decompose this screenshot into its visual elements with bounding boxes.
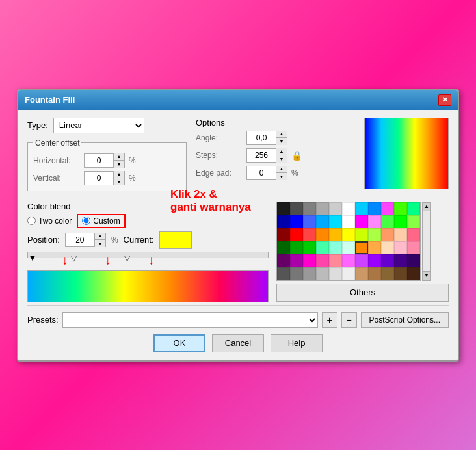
help-button[interactable]: Help <box>271 334 323 352</box>
color-cell[interactable] <box>407 241 420 254</box>
custom-radio-label[interactable]: Custom <box>82 217 120 226</box>
color-cell[interactable] <box>342 228 355 241</box>
color-cell[interactable] <box>407 215 420 228</box>
color-cell[interactable] <box>290 215 303 228</box>
color-cell[interactable] <box>290 254 303 267</box>
color-cell[interactable] <box>394 202 407 215</box>
vertical-input[interactable]: 0 <box>85 172 113 185</box>
presets-select[interactable] <box>62 312 318 328</box>
steps-input[interactable]: 256 <box>247 149 276 162</box>
angle-input[interactable]: 0,0 <box>247 131 276 144</box>
edgepad-up[interactable]: ▲ <box>276 166 287 173</box>
scrollbar-up[interactable]: ▲ <box>423 202 430 211</box>
color-cell[interactable] <box>277 228 290 241</box>
position-up[interactable]: ▲ <box>95 233 105 240</box>
color-cell[interactable] <box>342 241 355 254</box>
color-cell[interactable] <box>277 241 290 254</box>
others-button[interactable]: Others <box>276 284 449 302</box>
color-cell[interactable] <box>290 267 303 280</box>
color-cell[interactable] <box>277 215 290 228</box>
marker-left[interactable]: ▼ <box>28 252 37 263</box>
edgepad-down[interactable]: ▼ <box>276 173 287 180</box>
color-cell[interactable] <box>303 241 316 254</box>
color-cell[interactable] <box>303 267 316 280</box>
color-cell[interactable] <box>329 267 342 280</box>
position-input[interactable]: 20 <box>66 233 94 246</box>
lock-icon[interactable]: 🔒 <box>291 150 302 161</box>
color-cell[interactable] <box>277 202 290 215</box>
color-cell[interactable] <box>368 254 381 267</box>
color-cell[interactable] <box>290 228 303 241</box>
color-cell[interactable] <box>316 241 329 254</box>
color-cell[interactable] <box>368 241 381 254</box>
color-cell[interactable] <box>368 202 381 215</box>
color-cell[interactable] <box>381 215 394 228</box>
color-cell[interactable] <box>303 254 316 267</box>
color-cell[interactable] <box>303 202 316 215</box>
color-cell[interactable] <box>381 202 394 215</box>
angle-up[interactable]: ▲ <box>276 131 287 138</box>
color-cell[interactable] <box>381 254 394 267</box>
color-cell[interactable] <box>290 241 303 254</box>
close-button[interactable]: ✕ <box>438 94 451 106</box>
color-cell[interactable] <box>381 228 394 241</box>
edgepad-input[interactable]: 0 <box>247 166 276 179</box>
horizontal-down[interactable]: ▼ <box>114 161 124 168</box>
marker-pos1[interactable]: ▽ <box>71 254 77 263</box>
horizontal-input[interactable]: 0 <box>85 154 113 167</box>
color-cell[interactable] <box>394 215 407 228</box>
color-cell[interactable] <box>368 228 381 241</box>
postscript-button[interactable]: PostScript Options... <box>361 312 449 328</box>
color-cell[interactable] <box>407 202 420 215</box>
color-cell[interactable] <box>381 241 394 254</box>
type-select[interactable]: Linear Radial Conical Square <box>53 118 144 133</box>
steps-up[interactable]: ▲ <box>276 148 287 155</box>
color-cell[interactable] <box>277 254 290 267</box>
position-down[interactable]: ▼ <box>95 240 105 247</box>
color-cell[interactable] <box>329 215 342 228</box>
color-cell[interactable] <box>368 267 381 280</box>
presets-add-button[interactable]: + <box>322 312 337 328</box>
color-cell[interactable] <box>329 241 342 254</box>
color-cell[interactable] <box>355 228 368 241</box>
color-cell[interactable] <box>394 228 407 241</box>
color-cell[interactable] <box>407 254 420 267</box>
color-cell[interactable] <box>342 267 355 280</box>
scrollbar-down[interactable]: ▼ <box>423 271 430 280</box>
custom-radio[interactable] <box>82 217 90 225</box>
color-cell[interactable] <box>381 267 394 280</box>
color-cell[interactable] <box>407 228 420 241</box>
ok-button[interactable]: OK <box>153 334 205 352</box>
steps-down[interactable]: ▼ <box>276 155 287 163</box>
two-color-radio-label[interactable]: Two color <box>27 217 72 226</box>
presets-remove-button[interactable]: − <box>341 312 357 328</box>
color-cell[interactable] <box>303 228 316 241</box>
color-cell[interactable] <box>329 202 342 215</box>
color-cell[interactable] <box>394 254 407 267</box>
color-cell[interactable] <box>355 202 368 215</box>
color-cell[interactable] <box>277 267 290 280</box>
two-color-radio[interactable] <box>27 217 36 225</box>
angle-down[interactable]: ▼ <box>276 138 287 145</box>
color-cell[interactable] <box>407 267 420 280</box>
color-cell[interactable] <box>316 228 329 241</box>
cancel-button[interactable]: Cancel <box>212 334 264 352</box>
color-cell[interactable] <box>316 254 329 267</box>
color-cell[interactable] <box>368 215 381 228</box>
vertical-up[interactable]: ▲ <box>114 171 124 178</box>
color-cell[interactable] <box>329 254 342 267</box>
color-cell[interactable] <box>355 254 368 267</box>
color-cell[interactable] <box>355 215 368 228</box>
color-cell[interactable] <box>394 241 407 254</box>
vertical-down[interactable]: ▼ <box>114 178 124 185</box>
color-cell[interactable] <box>316 215 329 228</box>
color-cell[interactable] <box>303 215 316 228</box>
current-color-box[interactable] <box>159 231 192 249</box>
color-cell[interactable] <box>329 228 342 241</box>
horizontal-up[interactable]: ▲ <box>114 153 124 161</box>
color-cell[interactable] <box>342 202 355 215</box>
color-cell[interactable] <box>355 267 368 280</box>
color-cell-orange-selected[interactable] <box>355 241 368 254</box>
color-cell[interactable] <box>342 215 355 228</box>
color-cell[interactable] <box>316 267 329 280</box>
